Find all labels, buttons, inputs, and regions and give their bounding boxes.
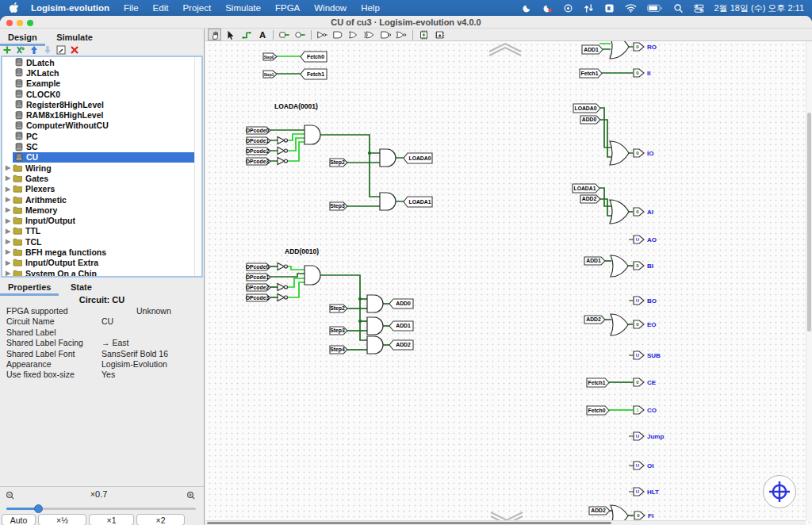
- expander-icon[interactable]: ▶: [6, 238, 13, 245]
- tree-item[interactable]: ▶ JKLatch: [2, 67, 201, 78]
- schematic-canvas[interactable]: Step0Fetch0Step1Fetch1OPcode0OPcode1OPco…: [205, 41, 812, 525]
- nor-gate-tool[interactable]: [395, 29, 408, 40]
- not-gate[interactable]: [278, 263, 285, 270]
- zoom-preset-button[interactable]: ×2: [136, 514, 185, 525]
- battery-icon[interactable]: [647, 4, 663, 13]
- input-source-icon[interactable]: [604, 3, 615, 13]
- expander-icon[interactable]: ▶: [6, 164, 13, 171]
- and-gate-tool[interactable]: [331, 29, 345, 40]
- add-vhdl-icon[interactable]: [15, 45, 25, 56]
- move-up-icon[interactable]: [29, 45, 39, 56]
- attribute-tab[interactable]: Properties: [0, 281, 59, 296]
- tree-item[interactable]: ▶ DLatch: [2, 57, 201, 67]
- vertical-scrollbar[interactable]: [806, 41, 812, 520]
- menu-item[interactable]: Simulate: [218, 0, 268, 16]
- zoom-in-icon[interactable]: [186, 489, 196, 504]
- tree-item[interactable]: ▶ CU: [13, 152, 201, 163]
- wiring-tool[interactable]: [239, 29, 253, 40]
- tree-item[interactable]: ▶ System On a Chip: [2, 268, 201, 278]
- property-value[interactable]: Unknown: [136, 306, 171, 316]
- app-menu[interactable]: Logisim-evolution: [24, 0, 117, 16]
- expander-icon[interactable]: ▶: [6, 228, 13, 235]
- poke-tool[interactable]: [208, 29, 221, 40]
- tree-item[interactable]: ▶ RAM8x16HighLevel: [2, 109, 201, 120]
- input-pin-tool[interactable]: [278, 29, 291, 40]
- wire-junction[interactable]: [358, 297, 362, 301]
- wire[interactable]: [287, 266, 304, 270]
- property-row[interactable]: FPGA supported Unknown: [0, 306, 204, 316]
- appearance-tool[interactable]: [433, 29, 446, 40]
- property-row[interactable]: Shared Label: [0, 328, 204, 338]
- tree-item[interactable]: ▶ Memory: [2, 205, 201, 215]
- circuit-drawing[interactable]: Step0Fetch0Step1Fetch1OPcode0OPcode1OPco…: [205, 41, 812, 525]
- vertical-scrollbar-thumb[interactable]: [807, 113, 811, 331]
- zoom-slider-knob[interactable]: [34, 504, 43, 513]
- screen-record-icon[interactable]: [563, 3, 573, 13]
- crescent-notification-icon[interactable]: [542, 3, 553, 13]
- wire[interactable]: [600, 120, 611, 157]
- wire[interactable]: [320, 135, 380, 197]
- property-value[interactable]: → East: [102, 338, 128, 347]
- crescent-icon[interactable]: [522, 3, 532, 13]
- search-icon[interactable]: [673, 3, 684, 13]
- wire[interactable]: [287, 282, 304, 297]
- tree-item[interactable]: ▶ TCL: [2, 236, 201, 247]
- expander-icon[interactable]: ▶: [6, 259, 13, 266]
- tree-item[interactable]: ▶ Example: [2, 79, 201, 89]
- and-gate[interactable]: [367, 317, 383, 335]
- wire[interactable]: [270, 274, 304, 277]
- property-row[interactable]: Circuit Name CU: [0, 316, 204, 327]
- edit-tool[interactable]: [224, 29, 237, 40]
- and-gate[interactable]: [304, 266, 320, 285]
- not-gate[interactable]: [278, 284, 285, 291]
- menu-item[interactable]: Window: [307, 0, 354, 16]
- expander-icon[interactable]: ▶: [6, 186, 13, 193]
- not-gate-tool[interactable]: [316, 29, 329, 40]
- property-row[interactable]: Appearance Logisim-Evolution: [0, 359, 204, 370]
- wire[interactable]: [599, 188, 611, 206]
- tree-item[interactable]: ▶ BFH mega functions: [2, 247, 201, 257]
- property-value[interactable]: Yes: [102, 370, 115, 379]
- property-row[interactable]: Use fixed box-size Yes: [0, 370, 204, 380]
- expander-icon[interactable]: ▶: [6, 270, 13, 277]
- and-gate[interactable]: [367, 336, 383, 354]
- tree-scrollbar[interactable]: [194, 57, 201, 276]
- output-pin-tool[interactable]: [293, 29, 307, 40]
- circuit-tree[interactable]: ▶ DLatch ▶ JKLatch ▶ Example: [1, 56, 203, 278]
- tree-item[interactable]: ▶ TTL: [2, 226, 201, 236]
- horizontal-scrollbar-thumb[interactable]: [207, 522, 611, 524]
- zoom-slider[interactable]: [6, 504, 196, 512]
- menu-item[interactable]: Help: [354, 0, 387, 16]
- not-gate[interactable]: [278, 294, 285, 301]
- wire[interactable]: [600, 199, 611, 216]
- text-tool[interactable]: A: [255, 29, 269, 40]
- zoom-preset-button[interactable]: Auto: [2, 514, 36, 525]
- tree-item[interactable]: ▶ Gates: [2, 173, 201, 183]
- horizontal-scrollbar[interactable]: [205, 520, 806, 525]
- menu-item[interactable]: Edit: [146, 0, 176, 16]
- tree-item[interactable]: ▶ Input/Output Extra: [2, 258, 201, 268]
- zoom-preset-button[interactable]: ×1: [89, 514, 134, 525]
- xor-gate-tool[interactable]: [363, 29, 377, 40]
- or-gate-tool[interactable]: [347, 29, 361, 40]
- move-down-icon[interactable]: [42, 45, 52, 56]
- add-circuit-icon[interactable]: [2, 45, 12, 56]
- expander-icon[interactable]: ▶: [6, 217, 13, 224]
- and-gate[interactable]: [367, 295, 383, 312]
- wire-junction[interactable]: [368, 151, 371, 155]
- shortcuts-icon[interactable]: [584, 3, 594, 13]
- expander-icon[interactable]: ▶: [6, 174, 13, 182]
- attribute-tab[interactable]: State: [63, 281, 100, 293]
- menu-clock[interactable]: 2월 18일 (수) 오후 2:11: [714, 2, 805, 14]
- apple-icon[interactable]: [0, 2, 24, 13]
- tree-item[interactable]: ▶ CLOCK0: [2, 89, 201, 99]
- tree-item[interactable]: ▶ SC: [2, 141, 201, 151]
- menu-item[interactable]: Project: [175, 0, 218, 16]
- or-gate[interactable]: [610, 200, 629, 224]
- not-gate[interactable]: [278, 148, 285, 155]
- not-gate[interactable]: [278, 137, 285, 144]
- zoom-to-fit-button[interactable]: [763, 475, 796, 508]
- nand-gate-tool[interactable]: [379, 29, 393, 40]
- zoom-preset-button[interactable]: ×½: [38, 514, 86, 525]
- expander-icon[interactable]: ▶: [6, 248, 13, 255]
